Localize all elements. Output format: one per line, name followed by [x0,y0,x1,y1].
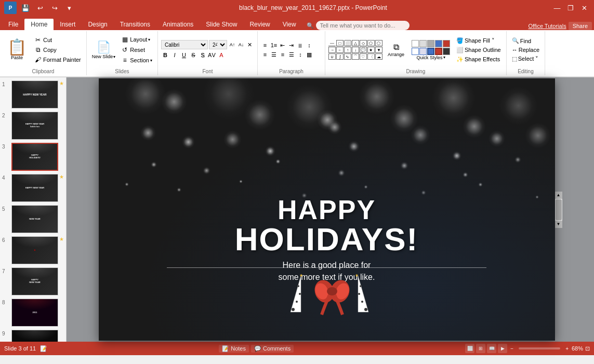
slide-thumb-4[interactable]: 4 HAPPY NEW YEAR ★ [0,173,66,203]
vertical-scrollbar[interactable]: ▲ ▼ [555,192,562,228]
decrease-font-button[interactable]: A↓ [237,41,245,49]
numbering-button[interactable]: 1≡ [270,41,278,49]
shape-callout[interactable]: 💬 [360,47,367,53]
qs-cell-1[interactable] [412,40,419,47]
save-button[interactable]: 💾 [20,3,31,13]
slide-canvas[interactable]: HAPPY HOLIDAYS! Here is a good place for… [99,78,555,341]
shape-scribble[interactable]: ∿ [344,53,351,60]
normal-view-button[interactable]: ⬜ [465,344,474,353]
shape-line[interactable]: — [328,40,336,46]
font-name-select[interactable]: Calibri [161,40,208,49]
bold-button[interactable]: B [161,51,169,59]
align-right-button[interactable]: ≡ [279,50,287,59]
fit-window-button[interactable]: ⊡ [585,345,590,352]
tab-view[interactable]: View [276,19,302,30]
scroll-up-button[interactable]: ▲ [555,192,562,199]
align-center-button[interactable]: ☰ [270,50,278,59]
slide-thumb-8[interactable]: 8 2011 [0,298,66,328]
shape-curve[interactable]: ∪ [328,53,336,60]
slideshow-button[interactable]: ▶ [498,344,507,353]
shape-pentagon[interactable]: ⬠ [367,40,375,46]
quick-styles-button[interactable]: Quick Styles ▾ [410,38,452,62]
slide-thumb-3[interactable]: 3 HAPPYHOLIDAYS! [0,142,66,172]
restore-button[interactable]: ❐ [565,3,576,13]
shape-star[interactable]: ★ [367,47,375,53]
slide-thumb-2[interactable]: 2 HAPPY NEW YEARSubtitle here [0,111,66,141]
qs-cell-10[interactable] [443,48,450,55]
zoom-slider[interactable] [519,347,560,349]
format-painter-button[interactable]: 🖌 Format Painter [32,55,83,64]
underline-button[interactable]: U [180,51,188,59]
redo-button[interactable]: ↪ [49,3,60,13]
slide-thumb-6[interactable]: 6 ★ ★ [0,235,66,265]
slide-thumb-1[interactable]: 1 HAPPY NEW YEAR ★ [0,79,66,110]
layout-button[interactable]: ▦ Layout ▾ [118,35,154,44]
align-left-button[interactable]: ≡ [261,50,269,59]
shape-rounded-rect[interactable]: ⬜ [344,40,351,46]
justify-button[interactable]: ☰ [287,50,296,59]
slide-thumb-9[interactable]: 9 HAPPY HOLIDAYS [0,329,66,342]
copy-button[interactable]: ⧉ Copy [32,45,83,55]
shape-effects-button[interactable]: ✨ Shape Effects [454,56,503,63]
find-button[interactable]: 🔍 Find [510,37,542,45]
replace-button[interactable]: ↔ Replace [510,46,542,53]
decrease-indent-button[interactable]: ⇤ [279,41,287,49]
scroll-thumb[interactable] [556,199,562,220]
spacing-button[interactable]: AV [208,51,216,59]
smart-art-button[interactable]: ↕ [305,41,313,49]
section-button[interactable]: ≡ Section ▾ [118,56,154,65]
clear-format-button[interactable]: ✕ [246,41,254,49]
zoom-out-button[interactable]: − [510,346,513,352]
shapes-more[interactable]: ▼ [375,47,382,53]
tab-animations[interactable]: Animations [156,19,200,30]
convert-to-smartart-button[interactable]: ▦ [305,50,313,59]
tab-insert[interactable]: Insert [54,19,82,30]
qs-cell-8[interactable] [427,48,434,55]
shape-arrow-left[interactable]: ← [336,47,344,53]
tab-file[interactable]: File [2,19,24,30]
shape-cloud[interactable]: ☁ [375,53,382,60]
font-size-select[interactable]: 24 [209,40,227,49]
tab-transitions[interactable]: Transitions [114,19,156,30]
shadow-button[interactable]: S [199,51,207,59]
share-button[interactable]: Share [569,22,592,30]
shape-rect[interactable]: □ [336,40,344,46]
new-slide-button[interactable]: 📄 New Slide ▾ [90,39,118,60]
shape-diamond[interactable]: ◇ [360,40,367,46]
shape-arrow-right[interactable]: → [328,47,336,53]
strikethrough-button[interactable]: S [189,51,197,59]
undo-button[interactable]: ↩ [34,3,46,13]
notes-button[interactable]: 📝 Notes [219,345,249,353]
slide-thumb-7[interactable]: 7 HAPPYNEW YEAR [0,266,66,296]
tab-slideshow[interactable]: Slide Show [200,19,243,30]
paste-button[interactable]: 📋 Paste [3,37,31,62]
bullets-button[interactable]: ≡ [261,41,269,49]
qs-cell-4[interactable] [435,40,442,47]
cut-button[interactable]: ✂ Cut [32,35,83,45]
shape-freeform[interactable]: ∫ [336,53,344,60]
scroll-track[interactable] [555,199,562,221]
shape-hexagon[interactable]: ⬡ [375,40,382,46]
qs-cell-9[interactable] [435,48,442,55]
increase-font-button[interactable]: A↑ [228,41,236,49]
customize-qat-button[interactable]: ▾ [63,3,75,13]
tab-design[interactable]: Design [82,19,113,30]
zoom-in-button[interactable]: + [565,346,569,352]
italic-button[interactable]: I [170,51,179,59]
slide-thumb-5[interactable]: 5 NEW YEAR [0,204,66,234]
line-spacing-button[interactable]: ↕ [296,50,305,59]
shape-heart[interactable]: ♡ [360,53,367,60]
reset-button[interactable]: ↺ Reset [118,45,154,55]
qs-cell-7[interactable] [419,48,427,55]
tab-review[interactable]: Review [243,19,276,30]
shape-fill-button[interactable]: 🪣 Shape Fill ˅ [454,37,503,45]
qs-cell-6[interactable] [412,48,419,55]
shape-arrow-down[interactable]: ↓ [352,47,359,53]
office-tutorials-link[interactable]: Office Tutorials [528,23,566,29]
shape-ribbon[interactable]: 〈 [367,53,375,60]
qs-cell-5[interactable] [443,40,450,47]
comments-button[interactable]: 💬 Comments [251,345,294,353]
shape-outline-button[interactable]: ⬜ Shape Outline [454,46,503,54]
qs-cell-2[interactable] [419,40,427,47]
shape-arc[interactable]: ⌒ [352,53,359,60]
